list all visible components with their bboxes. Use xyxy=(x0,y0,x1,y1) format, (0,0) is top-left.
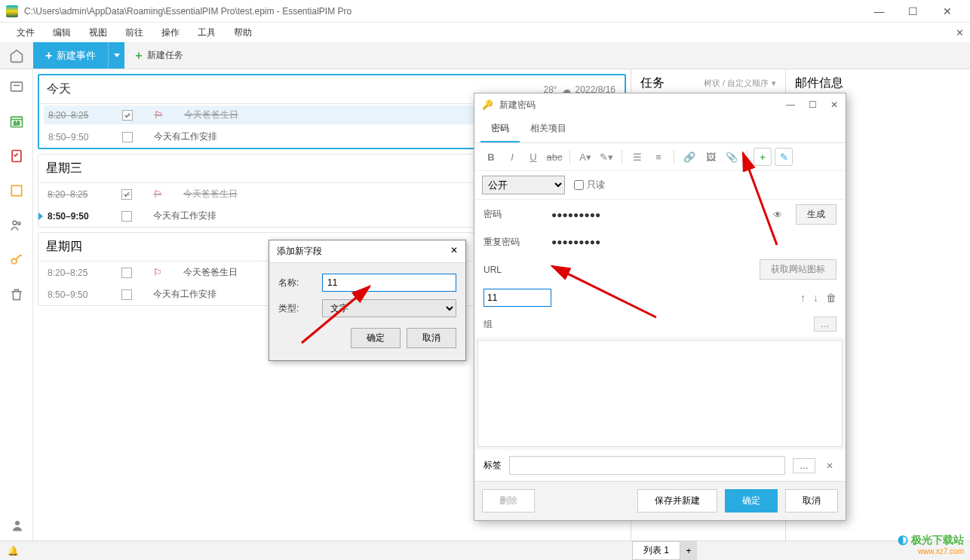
list-ol-button[interactable]: ≡ xyxy=(649,148,668,166)
field-value[interactable]: ●●●●●●●●● xyxy=(551,237,836,247)
attach-button[interactable]: 📎 xyxy=(723,148,741,166)
list-tab[interactable]: 列表 1 xyxy=(632,541,680,560)
event-title: 今天爸爸生日 xyxy=(183,188,238,200)
eye-icon[interactable]: 👁 xyxy=(773,210,782,220)
sidebar-trash-icon[interactable] xyxy=(8,286,25,303)
edit-button[interactable]: ✎ xyxy=(775,148,793,166)
svg-point-5 xyxy=(13,221,17,225)
home-button[interactable] xyxy=(0,42,33,69)
menu-tools[interactable]: 工具 xyxy=(189,23,225,42)
add-tab-button[interactable]: + xyxy=(680,541,697,560)
save-and-new-button[interactable]: 保存并新建 xyxy=(637,489,717,513)
link-button[interactable]: 🔗 xyxy=(680,148,698,166)
dialog-minimize-button[interactable]: — xyxy=(786,99,795,110)
font-color-button[interactable]: A▾ xyxy=(576,148,594,166)
event-checkbox[interactable] xyxy=(121,211,132,222)
custom-field-name-input[interactable] xyxy=(483,289,551,307)
new-event-button[interactable]: + 新建事件 xyxy=(33,42,108,69)
flag-icon: ⚐ xyxy=(154,109,163,121)
window-maximize-button[interactable]: ☐ xyxy=(896,1,930,22)
tag-clear-button[interactable]: ✕ xyxy=(823,461,836,471)
image-button[interactable]: 🖼 xyxy=(701,148,720,166)
name-input[interactable] xyxy=(322,274,456,292)
add-field-dialog: 添加新字段 ✕ 名称: 类型: 文字 确定 取消 xyxy=(269,240,466,361)
delete-button[interactable]: 删除 xyxy=(482,489,535,513)
sidebar-calendar-icon[interactable]: 16 xyxy=(8,113,25,130)
tab-related[interactable]: 相关项目 xyxy=(520,116,577,142)
delete-field-icon[interactable]: 🗑 xyxy=(826,292,836,304)
cancel-button[interactable]: 取消 xyxy=(785,489,838,513)
chevron-down-icon[interactable]: ▾ xyxy=(772,78,776,88)
dialog-close-button[interactable]: ✕ xyxy=(830,99,838,110)
day-title: 今天 xyxy=(47,81,71,97)
event-checkbox[interactable] xyxy=(121,289,132,300)
strikethrough-button[interactable]: abc xyxy=(545,148,563,166)
event-time: 8:50–9:50 xyxy=(48,132,101,142)
italic-button[interactable]: I xyxy=(503,148,521,166)
type-select[interactable]: 文字 xyxy=(322,299,456,317)
new-event-dropdown-button[interactable] xyxy=(108,42,124,69)
get-site-icon-button[interactable]: 获取网站图标 xyxy=(760,259,836,280)
menu-view[interactable]: 视图 xyxy=(80,23,116,42)
ok-button[interactable]: 确定 xyxy=(351,328,401,348)
menu-file[interactable]: 文件 xyxy=(8,23,44,42)
sidebar: 16 xyxy=(0,69,33,540)
tag-label: 标签 xyxy=(483,459,502,472)
menu-help[interactable]: 帮助 xyxy=(225,23,261,42)
field-value[interactable]: ●●●●●●●●● xyxy=(551,210,766,220)
group-more-button[interactable]: … xyxy=(814,317,836,332)
sidebar-notes-icon[interactable] xyxy=(8,182,25,199)
note-area[interactable] xyxy=(477,340,843,447)
new-task-label: 新建任务 xyxy=(147,49,183,62)
event-checkbox[interactable] xyxy=(121,189,132,200)
new-task-button[interactable]: + 新建任务 xyxy=(124,42,193,69)
event-checkbox[interactable] xyxy=(122,132,133,142)
dialog-close-button[interactable]: ✕ xyxy=(450,245,458,258)
move-up-icon[interactable]: ↑ xyxy=(800,292,806,304)
menu-edit[interactable]: 编辑 xyxy=(44,23,80,42)
window-close-button[interactable]: ✕ xyxy=(930,1,964,22)
svg-rect-3 xyxy=(12,151,21,162)
menu-goto[interactable]: 前往 xyxy=(116,23,152,42)
field-label: 重复密码 xyxy=(483,236,551,249)
menubar-close-icon[interactable]: ✕ xyxy=(956,27,964,38)
window-minimize-button[interactable]: — xyxy=(862,1,896,22)
day-title: 星期四 xyxy=(46,239,82,255)
name-label: 名称: xyxy=(278,277,308,289)
access-select[interactable]: 公开 xyxy=(482,176,565,194)
underline-button[interactable]: U xyxy=(524,148,542,166)
cancel-button[interactable]: 取消 xyxy=(407,328,456,348)
sidebar-passwords-icon[interactable] xyxy=(8,252,25,268)
field-row-group: 组 … xyxy=(474,311,846,337)
avatar-icon[interactable] xyxy=(11,519,24,534)
sidebar-contacts-icon[interactable] xyxy=(8,217,25,234)
add-field-button[interactable]: + xyxy=(754,148,772,166)
plus-icon: + xyxy=(135,49,142,63)
tab-password[interactable]: 密码 xyxy=(480,116,520,142)
move-down-icon[interactable]: ↓ xyxy=(813,292,818,304)
rich-text-toolbar: B I U abc A▾ ✎▾ ☰ ≡ 🔗 🖼 📎 + ✎ xyxy=(474,143,846,171)
event-checkbox[interactable] xyxy=(122,110,133,121)
tag-input[interactable] xyxy=(509,456,785,475)
event-checkbox[interactable] xyxy=(121,268,132,278)
highlight-button[interactable]: ✎▾ xyxy=(597,148,615,166)
field-row-repeat: 重复密码 ●●●●●●●●● xyxy=(474,229,846,255)
key-icon: 🔑 xyxy=(482,99,493,110)
bell-icon[interactable]: 🔔 xyxy=(8,546,19,556)
ok-button[interactable]: 确定 xyxy=(725,489,778,513)
dialog-maximize-button[interactable]: ☐ xyxy=(809,99,817,110)
readonly-label: 只读 xyxy=(587,179,605,191)
event-time: 8:20–8:25 xyxy=(48,110,101,121)
type-label: 类型: xyxy=(278,302,308,315)
generate-button[interactable]: 生成 xyxy=(796,204,836,225)
panel-title: 任务 xyxy=(640,75,665,91)
list-ul-button[interactable]: ☰ xyxy=(628,148,646,166)
bold-button[interactable]: B xyxy=(482,148,500,166)
sidebar-tasks-icon[interactable] xyxy=(8,148,25,164)
tag-more-button[interactable]: … xyxy=(793,458,815,473)
svg-point-8 xyxy=(15,521,20,525)
field-label: 密码 xyxy=(483,208,551,221)
readonly-checkbox[interactable] xyxy=(574,180,584,190)
menu-action[interactable]: 操作 xyxy=(152,23,189,42)
sidebar-today-icon[interactable] xyxy=(8,78,25,95)
